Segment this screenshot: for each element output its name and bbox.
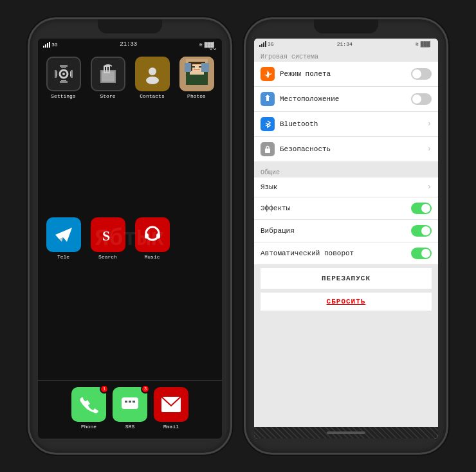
svg-rect-35 <box>125 401 127 403</box>
phone-badge: 1 <box>100 385 109 394</box>
settings-icon-img <box>46 57 81 91</box>
dock-sms[interactable]: 3 SMS <box>113 387 147 430</box>
settings-group-2: Язык › Эффекты Вибрация Авт <box>254 177 438 264</box>
dock: 1 Phone 3 SMS <box>38 380 222 439</box>
svg-rect-8 <box>71 70 73 78</box>
dock-phone-label: Phone <box>81 424 96 430</box>
language-chevron: › <box>427 183 432 192</box>
status-bar-1: 3G 21:33 ≋ ▓▓▓▏ <box>38 39 222 50</box>
section-header-2: Общие <box>254 165 438 177</box>
svg-rect-37 <box>133 401 135 403</box>
bluetooth-label: Bluetooth <box>280 120 422 128</box>
bottom-bar <box>254 427 438 439</box>
store-label: Store <box>100 93 115 99</box>
status-left-1: 3G <box>43 42 58 48</box>
music-label: Music <box>144 254 160 260</box>
store-icon-img <box>91 57 125 91</box>
photos-icon-img <box>179 57 214 91</box>
row-effects[interactable]: Эффекты <box>254 197 438 220</box>
svg-rect-25 <box>194 69 200 70</box>
airplane-icon <box>261 67 275 81</box>
svg-text:S: S <box>102 228 110 244</box>
svg-rect-7 <box>55 70 57 78</box>
status-right-2: ≋ ▓▓▓▏ <box>416 41 433 47</box>
app-tele[interactable]: Tele <box>43 217 84 374</box>
row-bluetooth[interactable]: Bluetooth › <box>254 112 438 137</box>
battery-icon-2: ▓▓▓▏ <box>421 41 433 47</box>
home-screen: 3G 21:33 ≋ ▓▓▓▏ ⌄⌄ <box>38 39 222 439</box>
security-icon <box>261 142 275 156</box>
tele-icon-img <box>46 217 81 252</box>
row-location[interactable]: Местоположение <box>254 87 438 112</box>
svg-rect-6 <box>60 65 68 67</box>
app-photos[interactable]: Photos <box>176 57 217 213</box>
autorotate-toggle[interactable] <box>411 248 432 259</box>
dock-mmail[interactable]: Mmail <box>154 387 188 430</box>
svg-rect-23 <box>192 66 195 68</box>
phone-notch-1 <box>98 19 162 33</box>
vibration-toggle[interactable] <box>411 225 432 237</box>
svg-rect-24 <box>199 66 201 68</box>
location-label: Местоположение <box>280 95 406 103</box>
app-music[interactable]: Music <box>132 217 172 374</box>
svg-point-15 <box>146 77 159 84</box>
contacts-label: Contacts <box>140 93 164 99</box>
effects-toggle[interactable] <box>411 203 432 214</box>
wifi-icon-1: ≋ <box>199 42 203 48</box>
signal-icon-2 <box>259 41 266 47</box>
restart-button[interactable]: ПЕРЕЗАПУСК <box>261 268 432 289</box>
airplane-toggle[interactable] <box>411 68 432 80</box>
row-airplane[interactable]: Режим полета <box>254 62 438 87</box>
svg-point-14 <box>149 68 156 75</box>
svg-rect-39 <box>265 149 270 153</box>
autorotate-label: Автоматический поворот <box>261 250 406 257</box>
row-security[interactable]: Безопасность › <box>254 137 438 161</box>
row-language[interactable]: Язык › <box>254 177 438 197</box>
contacts-icon-img <box>135 57 170 91</box>
svg-rect-9 <box>60 81 68 83</box>
effects-label: Эффекты <box>261 204 406 212</box>
app-search[interactable]: S Search <box>87 217 128 374</box>
tele-label: Tele <box>57 254 69 260</box>
settings-content: Игровая система Режим полета <box>254 50 438 427</box>
scroll-chevron: ⌄⌄ <box>209 44 217 51</box>
sms-badge: 3 <box>141 385 150 394</box>
phone-1: 3G 21:33 ≋ ▓▓▓▏ ⌄⌄ <box>28 17 232 455</box>
photos-label: Photos <box>187 93 206 99</box>
app-contacts[interactable]: Contacts <box>132 57 172 213</box>
phone-2: 3G 21:34 ≋ ▓▓▓▏ Игровая система <box>244 17 448 455</box>
search-label: Search <box>98 254 117 260</box>
music-icon-img <box>135 217 170 252</box>
status-left-2: 3G <box>259 41 274 47</box>
time-1: 21:33 <box>120 41 137 48</box>
vibration-label: Вибрация <box>261 227 406 235</box>
dock-mmail-icon <box>154 387 188 422</box>
app-grid: Settings Store <box>38 50 222 380</box>
dock-phone[interactable]: 1 Phone <box>71 387 106 430</box>
bluetooth-chevron: › <box>427 120 432 129</box>
bluetooth-icon <box>261 117 275 131</box>
search-icon-img: S <box>91 217 125 252</box>
row-autorotate[interactable]: Автоматический поворот <box>254 242 438 264</box>
time-2: 21:34 <box>337 41 352 47</box>
svg-point-5 <box>62 73 65 75</box>
app-store[interactable]: Store <box>87 57 128 213</box>
svg-rect-34 <box>122 397 138 409</box>
svg-rect-28 <box>201 63 209 72</box>
dock-sms-icon: 3 <box>113 387 147 422</box>
status-bar-2: 3G 21:34 ≋ ▓▓▓▏ <box>254 39 438 50</box>
network-type-1: 3G <box>51 42 58 48</box>
airplane-label: Режим полета <box>280 70 406 78</box>
app-settings[interactable]: Settings <box>43 57 84 213</box>
location-toggle[interactable] <box>411 93 432 105</box>
svg-rect-33 <box>156 233 160 239</box>
section-header-1: Игровая система <box>254 50 438 62</box>
security-chevron: › <box>427 145 432 154</box>
row-vibration[interactable]: Вибрация <box>254 220 438 242</box>
svg-rect-29 <box>185 63 191 72</box>
settings-screen: 3G 21:34 ≋ ▓▓▓▏ Игровая система <box>254 39 438 439</box>
reset-button[interactable]: СБРОСИТЬ <box>261 293 432 311</box>
language-label: Язык <box>261 183 422 191</box>
home-indicator-2 <box>327 431 365 434</box>
settings-group-1: Режим полета Местоположение <box>254 62 438 161</box>
